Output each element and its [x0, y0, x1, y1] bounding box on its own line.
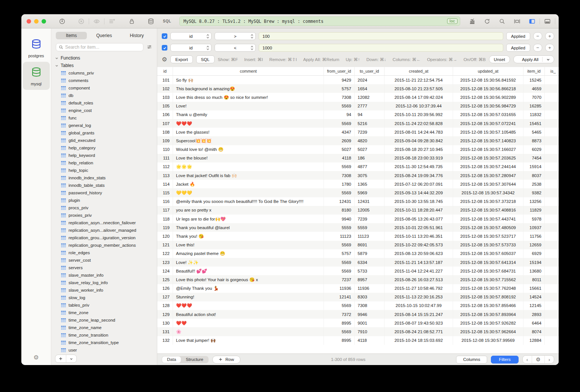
table-row[interactable]: 130❤️❤️899590012015-08-07 19:43:50.92320… [157, 319, 559, 327]
cell-created_at[interactable]: 2015-08-14 17:09:42.024 [385, 93, 453, 101]
column-header-to_user_id[interactable]: to_user_id [355, 67, 385, 75]
cell-updated_at[interactable]: 2015-12-08 15:30:57.573733 [453, 241, 523, 249]
cell-to_user_id[interactable]: 4118 [355, 336, 385, 345]
table-row[interactable]: 123Love! ✨✨556963342015-11-21 14:13:57.1… [157, 258, 559, 267]
cell-to_user_id[interactable]: 8691 [355, 241, 385, 249]
add-item-menu-button[interactable] [66, 355, 76, 362]
sidebar-table-item[interactable]: engine_cost [51, 107, 157, 114]
cell-item_id[interactable]: 6464 [523, 319, 545, 327]
cell-updated_at[interactable]: 2015-12-08 15:30:57.072241 [453, 119, 523, 128]
sidebar-table-item[interactable]: replication_asyn...ailover_managed [51, 227, 157, 234]
cell-updated_at[interactable]: 2015-12-08 15:30:57.715562 [453, 275, 523, 284]
cell-id[interactable]: 110 [157, 145, 173, 154]
cell-to_user_id[interactable]: 2777 [355, 102, 385, 110]
sidebar-table-item[interactable]: slave_worker_info [51, 286, 157, 294]
cell-from_user_id[interactable]: 12141 [324, 293, 355, 301]
cell-id[interactable]: 113 [157, 171, 173, 180]
cell-from_user_id[interactable]: 12431 [324, 197, 355, 206]
cell-comment[interactable]: Thank u @emily [173, 110, 324, 119]
cell-is_[interactable] [545, 232, 559, 240]
table-row[interactable]: 108Love the glasses!434772392015-08-01 1… [157, 128, 559, 136]
export-button[interactable]: Export [170, 55, 192, 63]
cell-updated_at[interactable]: 2015-12-08 15:30:57.962664 [453, 327, 523, 336]
cell-is_[interactable] [545, 258, 559, 267]
cell-to_user_id[interactable]: 6334 [355, 258, 385, 267]
tab-queries[interactable]: Queries [88, 32, 119, 39]
sidebar-table-item[interactable]: password_history [51, 189, 157, 197]
cell-from_user_id[interactable]: 8995 [324, 319, 355, 327]
cell-created_at[interactable]: 2015-10-22 09:42:05.573 [385, 241, 453, 249]
table-row[interactable]: 127Stunning!1214183032015-11-13 22:30:16… [157, 293, 559, 301]
cell-to_user_id[interactable]: 94 [355, 110, 385, 119]
column-header-from_user_id[interactable]: from_user_id [324, 67, 355, 75]
cell-item_id[interactable]: 15914 [523, 162, 545, 171]
cell-to_user_id[interactable]: 5969 [355, 188, 385, 197]
sidebar-table-item[interactable]: func [51, 114, 157, 122]
cell-updated_at[interactable]: 2015-12-08 15:30:57.280947 [453, 171, 523, 180]
sidebar-table-item[interactable]: help_relation [51, 159, 157, 167]
cell-created_at[interactable]: 2015-08-10 21:23:57.505 [385, 84, 453, 93]
cell-id[interactable]: 125 [157, 275, 173, 284]
cell-created_at[interactable]: 2015-09-13 14:44:32.209 [385, 188, 453, 197]
column-header-updated_at[interactable]: updated_at [453, 67, 523, 75]
cell-from_user_id[interactable]: 5569 [324, 301, 355, 310]
cell-updated_at[interactable]: 2015-12-08 15:30:57.031655 [453, 110, 523, 119]
cell-comment[interactable]: ❤️❤️❤️ [173, 119, 324, 128]
filter-operator-select[interactable]: > [215, 32, 256, 40]
cell-to_user_id[interactable]: 12005 [355, 206, 385, 215]
cell-updated_at[interactable]: 2015-12-08 15:30:57.34342 [453, 188, 523, 197]
cell-is_[interactable] [545, 180, 559, 188]
cell-updated_at[interactable]: 2015-12-08 15:30:56.841592 [453, 76, 523, 84]
cell-comment[interactable]: Jacket 🔥 [173, 180, 324, 188]
cell-comment[interactable]: ❤️❤️ [173, 319, 324, 327]
cell-updated_at[interactable]: 2015-12-08 15:30:57.140823 [453, 136, 523, 145]
remove-filter-button[interactable]: − [533, 44, 542, 52]
table-row[interactable]: 126@Emily Thank you 💃11936119362015-11-2… [157, 284, 559, 293]
cell-to_user_id[interactable]: 3075 [355, 171, 385, 180]
cell-id[interactable]: 121 [157, 241, 173, 249]
cell-is_[interactable] [545, 102, 559, 110]
table-row[interactable]: 132Love that jumper! 🙌🏾899541182015-10-2… [157, 336, 559, 345]
refresh-icon[interactable] [484, 18, 491, 25]
table-row[interactable]: 119Thank you beautiful @laurel5559555920… [157, 223, 559, 232]
cell-comment[interactable]: Love the glasses! [173, 128, 324, 136]
cell-is_[interactable] [545, 154, 559, 162]
cell-created_at[interactable]: 2015-09-04 09:28:30.842 [385, 136, 453, 145]
cell-updated_at[interactable]: 2015-12-08 15:30:57.855466 [453, 301, 523, 310]
cell-from_user_id[interactable]: 5569 [324, 327, 355, 336]
tree-group-tables[interactable]: Tables [51, 62, 157, 69]
cell-created_at[interactable]: 2015-08-18 20:27:10.945 [385, 145, 453, 154]
cell-created_at[interactable]: 2015-10-11 20:39:56.992 [385, 110, 453, 119]
cell-to_user_id[interactable]: 1365 [355, 180, 385, 188]
table-row[interactable]: 118Ur legs are to die for🙌💖994072392015-… [157, 215, 559, 223]
sidebar-table-item[interactable]: role_edges [51, 249, 157, 256]
cell-from_user_id[interactable]: 5569 [324, 241, 355, 249]
column-header-id[interactable]: id [157, 67, 173, 75]
cell-from_user_id[interactable]: 5569 [324, 267, 355, 275]
apply-all-button[interactable]: Apply All [513, 55, 554, 63]
tab-items[interactable]: Items [56, 32, 87, 39]
data-view-button[interactable]: Data [162, 356, 181, 363]
cell-comment[interactable]: Would love to! @mith 😁 [173, 145, 324, 154]
table-row[interactable]: 101So fly 🙌🏼942920242015-11-21 22:12:54.… [157, 76, 559, 84]
table-row[interactable]: 114Jacket 🔥178013652015-07-12 06:20:07.0… [157, 180, 559, 188]
cell-created_at[interactable]: 2015-11-21 14:13:57.187 [385, 258, 453, 267]
unset-button[interactable]: Unset [489, 55, 510, 63]
cell-comment[interactable]: Beautiful action shot! [173, 310, 324, 319]
search-input[interactable] [65, 45, 140, 50]
cell-comment[interactable]: Love this photo! Your hair is gorgeous 😘… [173, 275, 324, 284]
cell-item_id[interactable]: 4659 [523, 84, 545, 93]
cell-id[interactable]: 105 [157, 102, 173, 110]
cell-comment[interactable]: So fly 🙌🏼 [173, 76, 324, 84]
cell-updated_at[interactable]: 2015-12-08 15:30:57.244144 [453, 162, 523, 171]
cell-is_[interactable] [545, 241, 559, 249]
cell-id[interactable]: 111 [157, 154, 173, 162]
cell-comment[interactable]: Love! [173, 102, 324, 110]
cell-from_user_id[interactable]: 8180 [324, 206, 355, 215]
cell-created_at[interactable]: 2015-10-01 22:05:51.961 [385, 223, 453, 232]
cell-to_user_id[interactable]: 186 [355, 154, 385, 162]
cell-item_id[interactable]: 8011 [523, 275, 545, 284]
cell-to_user_id[interactable]: 11936 [355, 284, 385, 293]
log-list-icon[interactable] [109, 18, 115, 25]
sidebar-table-item[interactable]: default_roles [51, 99, 157, 107]
